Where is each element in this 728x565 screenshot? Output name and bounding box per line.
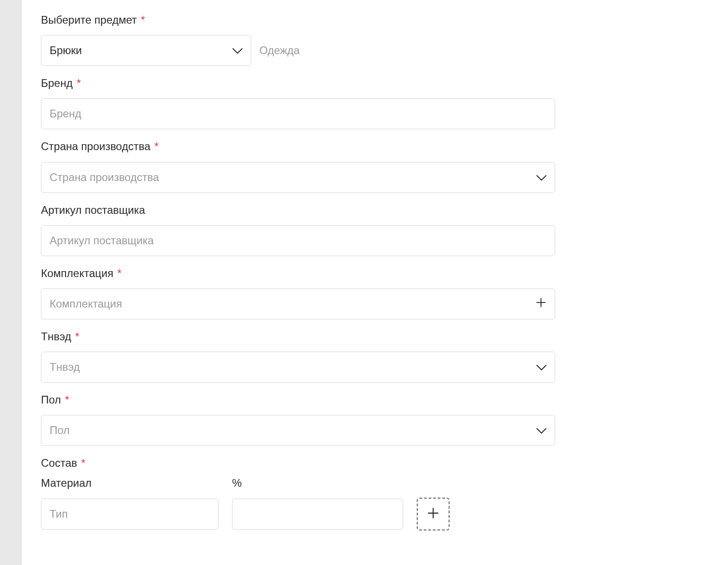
gender-label-text: Пол (41, 393, 61, 406)
brand-label: Бренд * (41, 76, 709, 90)
tnved-label-text: Тнвэд (41, 330, 71, 343)
brand-input[interactable] (41, 98, 555, 129)
chevron-down-icon (536, 361, 546, 373)
supplier-sku-label: Артикул поставщика (41, 203, 709, 217)
plus-icon (427, 507, 440, 521)
material-column-label: Материал (41, 477, 218, 489)
required-asterisk: * (65, 393, 69, 406)
kit-placeholder: Комплектация (50, 298, 122, 310)
country-placeholder: Страна производства (50, 171, 159, 184)
supplier-sku-label-text: Артикул поставщика (41, 204, 145, 216)
country-label-text: Страна производства (41, 140, 151, 152)
chevron-down-icon (536, 424, 546, 437)
chevron-down-icon (233, 44, 243, 57)
add-composition-button[interactable] (417, 498, 450, 530)
tnved-select[interactable]: Тнвэд (41, 352, 555, 383)
required-asterisk: * (76, 77, 81, 89)
country-select[interactable]: Страна производства (41, 162, 555, 193)
kit-group: Комплектация * Комплектация (41, 266, 709, 319)
chevron-down-icon (536, 171, 546, 184)
required-asterisk: * (141, 14, 145, 26)
tnved-label: Тнвэд * (41, 329, 709, 343)
tnved-placeholder: Тнвэд (50, 361, 80, 373)
supplier-sku-input[interactable] (41, 225, 555, 256)
subject-category: Одежда (257, 44, 300, 57)
gender-group: Пол * Пол (41, 393, 709, 446)
composition-label: Состав * (41, 456, 709, 470)
required-asterisk: * (81, 457, 85, 469)
gender-label: Пол * (41, 393, 709, 407)
composition-label-text: Состав (41, 457, 77, 469)
subject-row: Брюки Одежда (41, 35, 709, 66)
kit-label: Комплектация * (41, 266, 709, 280)
country-group: Страна производства * Страна производств… (41, 139, 709, 192)
subject-value: Брюки (50, 44, 82, 57)
gender-select[interactable]: Пол (41, 415, 555, 446)
country-label: Страна производства * (41, 139, 709, 153)
gender-placeholder: Пол (50, 424, 70, 437)
supplier-sku-group: Артикул поставщика (41, 203, 709, 256)
plus-icon (536, 297, 546, 311)
required-asterisk: * (154, 140, 158, 152)
composition-header: Материал % (41, 477, 709, 498)
composition-row (41, 498, 709, 530)
kit-label-text: Комплектация (41, 267, 113, 279)
brand-label-text: Бренд (41, 77, 73, 89)
subject-select[interactable]: Брюки (41, 35, 251, 66)
percent-column-label: % (232, 477, 403, 489)
material-input[interactable] (41, 499, 218, 530)
composition-group: Состав * Материал % (41, 456, 709, 530)
kit-select[interactable]: Комплектация (41, 288, 555, 319)
subject-label: Выберите предмет * (41, 13, 709, 27)
required-asterisk: * (75, 330, 79, 343)
tnved-group: Тнвэд * Тнвэд (41, 329, 709, 383)
subject-label-text: Выберите предмет (41, 14, 137, 26)
percent-input[interactable] (232, 499, 403, 530)
brand-group: Бренд * (41, 76, 709, 129)
required-asterisk: * (117, 267, 121, 279)
subject-group: Выберите предмет * Брюки Одежда (41, 13, 709, 66)
form-container: Выберите предмет * Брюки Одежда Бренд * … (22, 0, 728, 565)
